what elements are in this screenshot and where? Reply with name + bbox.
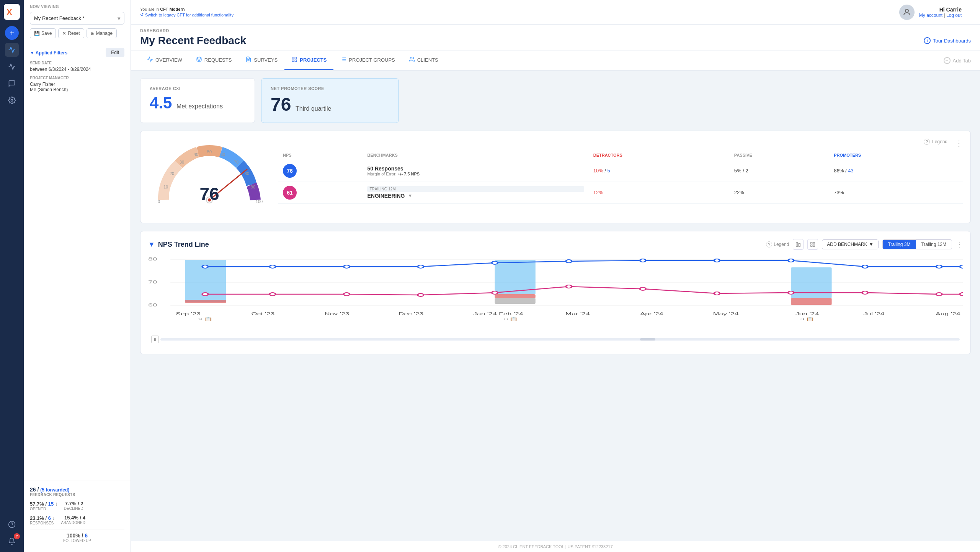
add-benchmark-button[interactable]: ADD BENCHMARK ▼ [822,239,878,249]
surveys-icon [245,56,252,64]
chart-bar-icon-button[interactable] [793,239,804,250]
svg-rect-39 [813,245,815,246]
detractors-col-header: DETRACTORS [589,151,730,160]
nav-notifications-icon[interactable]: 7 [5,534,19,548]
svg-point-73 [788,291,794,294]
svg-point-53 [202,265,208,268]
trailing-3m-button[interactable]: Trailing 3M [883,240,916,249]
reset-button[interactable]: ✕ Reset [58,28,84,38]
nps-badge-61: 61 [283,186,297,200]
engineering-dropdown[interactable]: ▼ [408,193,412,198]
svg-point-75 [936,293,942,296]
legend-icon: ? [924,139,930,145]
edit-filters-button[interactable]: Edit [106,48,124,57]
svg-point-4 [905,9,908,12]
filters-section: ▼ Applied Filters Edit SEND DATE between… [24,43,131,97]
page-header: DASHBOARD My Recent Feedback i Tour Dash… [131,25,980,51]
my-account-link[interactable]: My account [919,13,942,18]
pause-button[interactable]: ⏸ [151,336,159,343]
nav-analytics-icon[interactable] [5,43,19,57]
trend-menu-button[interactable]: ⋮ [956,240,963,249]
svg-text:90: 90 [251,185,255,189]
add-tab-button[interactable]: + Add Tab [944,52,971,69]
svg-rect-8 [292,57,294,59]
legacy-switch-link[interactable]: ↺ Switch to legacy CFT for additional fu… [140,12,234,17]
tab-surveys[interactable]: SURVEYS [238,51,284,70]
tour-dashboards-link[interactable]: i Tour Dashboards [924,37,971,48]
svg-rect-9 [295,57,297,59]
trend-legend-icon: ? [766,241,772,247]
svg-text:70: 70 [148,280,157,284]
trend-collapse-icon[interactable]: ▼ [148,241,155,249]
promoters-link-1[interactable]: 43 [848,168,853,174]
svg-text:Jun '24: Jun '24 [795,312,819,316]
nav-help-icon[interactable] [5,518,19,531]
chart-grid-icon-button[interactable] [807,239,818,250]
passive-col-header: PASSIVE [730,151,829,160]
nav-activity-icon[interactable] [5,60,19,74]
add-button[interactable]: + [5,26,19,40]
period-toggle: Trailing 3M Trailing 12M [882,239,952,249]
save-button[interactable]: 💾 Save [30,28,56,38]
svg-point-56 [418,265,423,268]
manage-button[interactable]: ⊞ Manage [87,28,117,38]
scroll-track[interactable] [160,338,960,341]
passive-count-1: 2 [745,168,748,174]
nav-chat-icon[interactable] [5,77,19,90]
benchmarks-col-header: BENCHMARKS [363,151,588,160]
svg-point-61 [788,259,794,262]
tab-project-groups[interactable]: PROJECT GROUPS [333,51,402,70]
svg-text:3 📋: 3 📋 [800,317,815,321]
requests-icon [196,56,202,64]
header-location: You are in CFT Modern [140,7,234,11]
svg-text:80: 80 [245,171,249,176]
svg-rect-52 [791,298,831,305]
svg-text:Jul '24: Jul '24 [863,312,885,316]
gauge-and-table: 0 10 20 30 40 50 60 70 80 90 100 [148,139,963,215]
svg-text:30: 30 [180,160,184,164]
svg-point-67 [344,293,350,296]
svg-rect-49 [495,294,535,298]
svg-point-64 [960,265,963,268]
detractors-link-1[interactable]: 5 [608,168,610,174]
svg-rect-35 [799,244,800,247]
svg-rect-10 [292,60,294,62]
svg-text:Aug '24: Aug '24 [936,312,960,316]
svg-point-1 [11,100,13,102]
nps-col-header: NPS [278,151,363,160]
now-viewing-section: NOW VIEWING My Recent Feedback * ▼ 💾 Sav… [24,0,131,43]
tabs-bar: OVERVIEW REQUESTS SURVEYS PROJECTS [131,51,980,70]
nps-table-wrap: NPS BENCHMARKS DETRACTORS PASSIVE PROMOT… [278,151,963,204]
tab-projects[interactable]: PROJECTS [284,51,333,70]
info-icon: i [924,37,931,44]
svg-rect-47 [185,300,226,303]
app-logo[interactable]: X [4,4,20,20]
nav-settings-icon[interactable] [5,93,19,107]
svg-text:80: 80 [148,257,157,261]
svg-point-57 [492,261,498,264]
svg-text:40: 40 [194,152,198,157]
engineering-row: ENGINEERING ▼ [367,193,584,199]
tab-overview[interactable]: OVERVIEW [140,51,189,70]
legend-button[interactable]: ? Legend [924,139,947,145]
applied-filters-label: Applied Filters [36,50,67,56]
svg-point-59 [640,259,646,262]
trend-header: ▼ NPS Trend Line ? Legend [148,239,963,250]
user-info: Hi Carrie My account | Log out [919,7,962,18]
dashboard-select[interactable]: My Recent Feedback * [30,12,124,25]
gauge-menu-button[interactable]: ⋮ [955,139,963,148]
tab-clients[interactable]: CLIENTS [402,51,445,70]
response-count: 50 Responses [367,165,584,172]
reset-icon: ✕ [62,31,66,36]
svg-text:60: 60 [148,303,157,307]
svg-text:8 📋: 8 📋 [504,317,518,321]
gauge-chart: 0 10 20 30 40 50 60 70 80 90 100 [148,139,271,215]
svg-rect-34 [796,242,798,247]
svg-text:Oct '23: Oct '23 [252,312,275,316]
trend-legend-button[interactable]: ? Legend [766,241,789,247]
logout-link[interactable]: Log out [946,13,962,18]
tab-requests[interactable]: REQUESTS [189,51,239,70]
svg-point-18 [410,57,412,59]
trailing-12m-button[interactable]: Trailing 12M [916,240,952,249]
svg-rect-36 [811,242,812,244]
